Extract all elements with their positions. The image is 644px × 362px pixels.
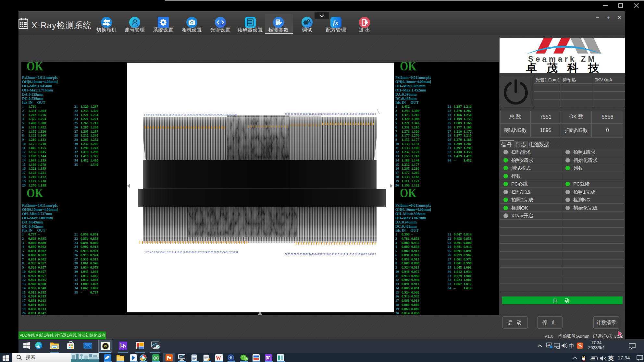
svg-text:34 33 32 31 30 29 28 27 26 25: 34 33 32 31 30 29 28 27 26 25 24 23 22 2… [285,113,376,115]
svg-text:W: W [216,355,221,361]
svg-text:1 2 3 4 5 6 7 8 9 10 11 12 13: 1 2 3 4 5 6 7 8 9 10 11 12 13 14 15 16 1… [144,251,238,253]
svg-text:卓茂科技: 卓茂科技 [526,62,609,73]
svg-text:QC: QC [153,356,159,360]
svg-text:fx: fx [333,19,338,26]
svg-text:34 33 32 31 30 29 28 27 26 25: 34 33 32 31 30 29 28 27 26 25 24 23 22 2… [285,253,376,255]
svg-text:1 2 3 4 5 6 7 8 9 10 11 12 13: 1 2 3 4 5 6 7 8 9 10 11 12 13 14 15 16 1… [144,114,237,116]
